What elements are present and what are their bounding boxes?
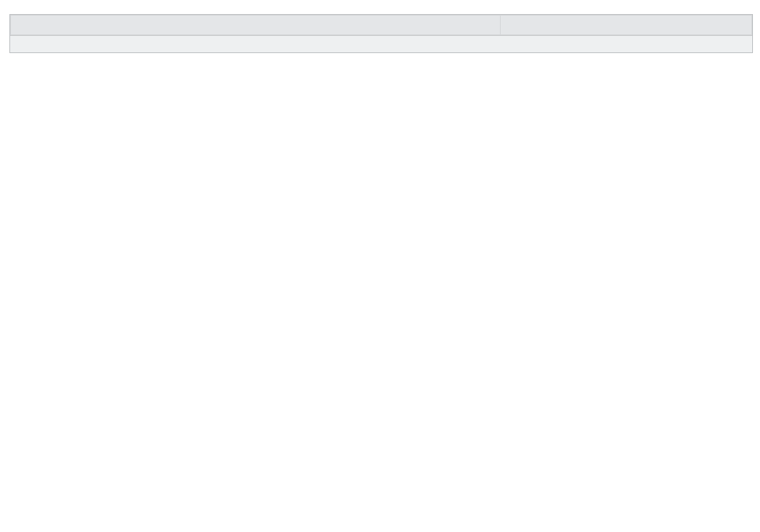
size-chart-panel	[9, 14, 753, 53]
table-footer	[10, 35, 752, 52]
image-column-header	[500, 16, 751, 35]
breadcrumb	[0, 0, 760, 14]
description-column-header	[11, 16, 501, 35]
size-chart-table	[10, 15, 752, 35]
table-header-row	[11, 16, 752, 35]
